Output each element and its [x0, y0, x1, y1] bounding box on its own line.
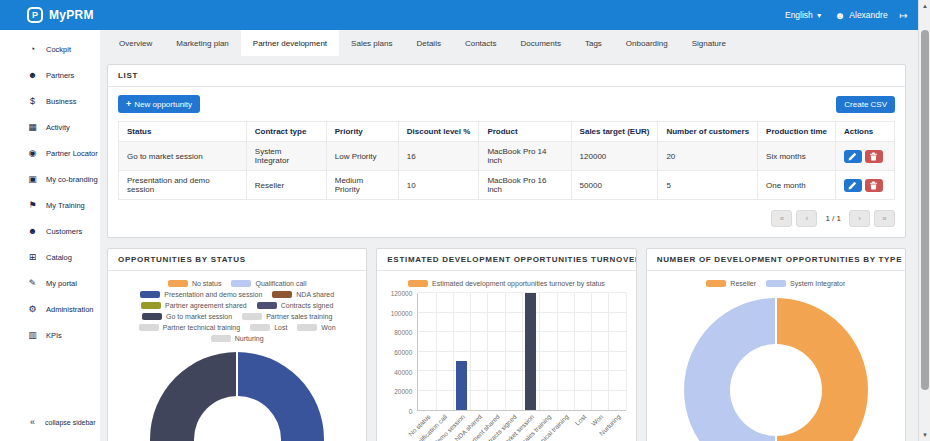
y-axis-tick-label: 40000 — [394, 368, 412, 375]
sidebar-item-business[interactable]: $Business — [0, 88, 100, 114]
gridline — [453, 293, 454, 410]
table-cell: Medium Priority — [326, 171, 398, 200]
sidebar-item-catalog[interactable]: ⊞Catalog — [0, 244, 100, 270]
legend-item: Lost — [250, 324, 287, 331]
legend-swatch — [272, 291, 292, 298]
logout-icon[interactable]: ↦ — [900, 10, 908, 21]
legend-label: No status — [192, 280, 222, 287]
sidebar-item-my-portal[interactable]: ✎My portal — [0, 270, 100, 296]
column-header-production-time: Production time — [758, 122, 836, 142]
legend-item: Estimated development opportunities turn… — [408, 280, 605, 287]
tab-signature[interactable]: Signature — [680, 30, 738, 56]
page-scrollbar[interactable]: ▲ ▼ — [918, 0, 930, 441]
legend-item: Partner agreement shared — [141, 302, 247, 309]
user-name: Alexandre — [849, 10, 887, 20]
column-header-number-of-customers: Number of customers — [658, 122, 758, 142]
table-cell: One month — [758, 171, 836, 200]
edit-square-icon: ✎ — [27, 278, 38, 288]
create-csv-label: Create CSV — [844, 100, 887, 109]
legend-swatch — [408, 280, 428, 287]
x-axis-tick-label: Lost — [574, 413, 588, 427]
sidebar-item-label: My Training — [46, 201, 85, 210]
user-avatar-icon: ☻ — [835, 10, 846, 21]
legend-label: Partner sales training — [266, 313, 332, 320]
graduation-cap-icon: ⚑ — [27, 200, 38, 210]
actions-cell — [835, 171, 894, 200]
sidebar-item-administration[interactable]: ⚙Administration — [0, 296, 100, 322]
scrollbar-up-arrow-icon[interactable]: ▲ — [919, 0, 930, 12]
tab-documents[interactable]: Documents — [508, 30, 572, 56]
y-axis-tick-label: 120000 — [391, 290, 413, 297]
chart3-donut — [684, 298, 868, 441]
legend-item: Won — [297, 324, 335, 331]
sidebar-item-activity[interactable]: ▦Activity — [0, 114, 100, 140]
image-icon: ▣ — [27, 174, 38, 184]
sidebar-item-customers[interactable]: ☻Customers — [0, 218, 100, 244]
tab-onboarding[interactable]: Onboarding — [614, 30, 680, 56]
topbar-right: English ▼ ☻ Alexandre ↦ — [785, 10, 908, 21]
table-cell: Presentation and demo session — [119, 171, 247, 200]
column-header-status: Status — [119, 122, 247, 142]
language-selector[interactable]: English ▼ — [785, 10, 823, 20]
language-label: English — [785, 10, 813, 20]
legend-item: System Integrator — [766, 280, 845, 287]
legend-swatch — [231, 280, 251, 287]
table-cell: Six months — [758, 142, 836, 171]
sidebar-item-label: Administration — [46, 305, 94, 314]
table-cell: System Integrator — [246, 142, 326, 171]
delete-button[interactable] — [865, 179, 883, 192]
sidebar-item-my-co-branding[interactable]: ▣My co-branding — [0, 166, 100, 192]
tab-marketing-plan[interactable]: Marketing plan — [164, 30, 240, 56]
pagination-last-button[interactable]: » — [874, 210, 895, 227]
sidebar-item-cockpit[interactable]: ◔Cockpit — [0, 36, 100, 62]
sidebar-item-label: Partner Locator — [46, 149, 98, 158]
user-menu[interactable]: ☻ Alexandre — [835, 10, 888, 21]
chart2-y-axis: 020000400006000080000100000120000 — [381, 293, 417, 411]
create-csv-button[interactable]: Create CSV — [836, 96, 895, 113]
sidebar-item-partner-locator[interactable]: ◉Partner Locator — [0, 140, 100, 166]
tab-sales-plans[interactable]: Sales plans — [339, 30, 404, 56]
scrollbar-thumb[interactable] — [921, 30, 929, 390]
chart1-legend: No statusQualification callPresentation … — [108, 271, 366, 346]
collapse-sidebar-button[interactable]: « collapse sidebar — [0, 407, 100, 441]
legend-swatch — [139, 324, 159, 331]
sidebar-item-label: Business — [46, 97, 76, 106]
column-header-sales-target-eur-: Sales target (EUR) — [571, 122, 658, 142]
tab-tags[interactable]: Tags — [573, 30, 614, 56]
tab-contacts[interactable]: Contacts — [453, 30, 509, 56]
gridline — [487, 293, 488, 410]
sidebar-item-label: My portal — [46, 279, 77, 288]
brand-logo[interactable]: P MyPRM — [27, 7, 94, 23]
new-opportunity-button[interactable]: + New opportunity — [118, 95, 200, 113]
legend-swatch — [142, 313, 162, 320]
table-cell: 16 — [398, 142, 479, 171]
legend-swatch — [257, 302, 277, 309]
sidebar-item-my-training[interactable]: ⚑My Training — [0, 192, 100, 218]
scrollbar-down-arrow-icon[interactable]: ▼ — [919, 429, 930, 441]
pagination-first-button[interactable]: « — [771, 210, 792, 227]
edit-button[interactable] — [844, 150, 862, 163]
legend-swatch — [242, 313, 262, 320]
sidebar-item-kpis[interactable]: ▥KPIs — [0, 322, 100, 348]
legend-item: Partner sales training — [242, 313, 332, 320]
gridline — [505, 293, 506, 410]
gridline — [626, 293, 627, 410]
tab-overview[interactable]: Overview — [107, 30, 164, 56]
edit-button[interactable] — [844, 179, 862, 192]
delete-button[interactable] — [865, 150, 883, 163]
table-cell: Reseller — [246, 171, 326, 200]
sidebar-item-label: Customers — [46, 227, 82, 236]
opportunities-table: StatusContract typePriorityDiscount leve… — [118, 121, 895, 200]
legend-label: Qualification call — [255, 280, 306, 287]
main-area: OverviewMarketing planPartner developmen… — [100, 30, 918, 441]
pagination-prev-button[interactable]: ‹ — [796, 210, 817, 227]
tab-partner-development[interactable]: Partner development — [241, 30, 339, 56]
table-row: Go to market sessionSystem IntegratorLow… — [119, 142, 895, 171]
pagination-next-button[interactable]: › — [849, 210, 870, 227]
table-cell: 120000 — [571, 142, 658, 171]
sidebar-item-partners[interactable]: ☻Partners — [0, 62, 100, 88]
chart1-donut — [150, 352, 324, 441]
table-row: Presentation and demo sessionResellerMed… — [119, 171, 895, 200]
tab-details[interactable]: Details — [404, 30, 452, 56]
brand-p-icon: P — [27, 7, 43, 23]
